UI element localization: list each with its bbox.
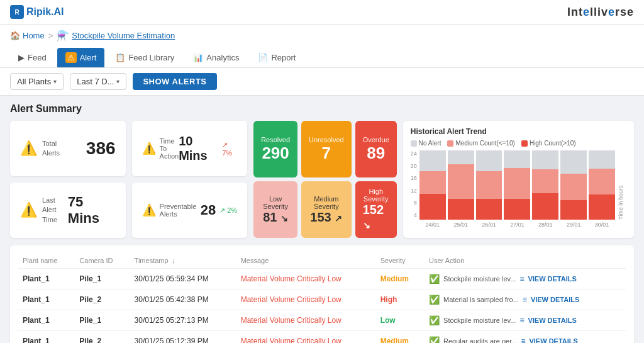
- x-label-6: 30/01: [589, 222, 615, 228]
- tab-feed-label: Feed: [28, 53, 47, 62]
- legend-no-alert-label: No Alert: [419, 140, 441, 147]
- tab-report[interactable]: 📄 Report: [250, 48, 304, 67]
- breadcrumb-separator: >: [48, 31, 53, 40]
- preventable-icon: ⚠️: [142, 203, 156, 217]
- overdue-box: Overdue 89: [355, 121, 397, 177]
- sort-icon: ↓: [172, 257, 175, 264]
- nav-area: 🏠 Home > ⚗️ Stockpile Volume Estimation …: [0, 25, 644, 68]
- tab-feed-library-label: Feed Library: [128, 53, 174, 62]
- medium-severity-box: Medium Severity 153 ↗: [301, 181, 352, 238]
- tab-report-label: Report: [271, 53, 296, 62]
- legend-medium-dot: [447, 140, 453, 147]
- bar-26-medium: [476, 171, 502, 199]
- bar-26-high: [476, 199, 502, 220]
- cell-timestamp-1-1: 30/01/25 05:42:38 PM: [130, 290, 236, 310]
- historical-chart: Historical Alert Trend No Alert Medium C…: [403, 121, 634, 238]
- edit-icon-1[interactable]: ≡: [523, 295, 527, 304]
- table-row: Plant_1 Pile_2 30/01/25 05:42:38 PM Mate…: [18, 290, 626, 310]
- tabs-bar: ▶ Feed ⚠ Alert 📋 Feed Library 📊 Analytic…: [10, 44, 634, 67]
- action-text-2: Stockpile moisture lev...: [443, 317, 516, 324]
- legend-medium-label: Medium Count(<=10): [455, 140, 515, 147]
- check-icon-2: ✅: [429, 315, 440, 325]
- cell-message-1-0: Material Volume Critically Low: [236, 269, 375, 290]
- breadcrumb-home[interactable]: 🏠 Home: [10, 31, 45, 40]
- unresolved-box: Unresolved 7: [301, 121, 352, 177]
- cell-camera-1-1: Pile_2: [74, 290, 129, 310]
- bar-25: [448, 150, 474, 220]
- preventable-trend: ↗ 2%: [219, 206, 237, 215]
- breadcrumb-current[interactable]: Stockpile Volume Estimation: [72, 31, 175, 40]
- bar-27-no: [504, 150, 530, 168]
- filter-bar: All Plants ▾ Last 7 D... ▾ SHOW ALERTS: [0, 68, 644, 96]
- main-content: Alert Summary ⚠️ TotalAlerts 386 ⚠️ Last…: [0, 96, 644, 343]
- plant-filter[interactable]: All Plants ▾: [10, 73, 64, 90]
- bar-25-medium: [448, 164, 474, 199]
- action-text-3: Regular audits are per...: [443, 337, 517, 343]
- tab-alert[interactable]: ⚠ Alert: [57, 48, 105, 67]
- tab-feed[interactable]: ▶ Feed: [10, 48, 55, 67]
- bar-25-no: [448, 150, 474, 164]
- x-label-1: 25/01: [448, 222, 474, 228]
- bar-24-no: [419, 150, 446, 171]
- tab-analytics[interactable]: 📊 Analytics: [185, 48, 247, 67]
- cell-plant-1-0: Plant_1: [18, 269, 74, 290]
- legend-no-alert: No Alert: [411, 140, 441, 147]
- bar-28-no: [532, 150, 558, 169]
- section-title: Alert Summary: [10, 103, 634, 115]
- cell-camera-1-0: Pile_1: [74, 269, 129, 290]
- total-alerts-label: TotalAlerts: [42, 139, 60, 159]
- bar-28-high: [532, 193, 558, 220]
- cell-action-1-0: ✅ Stockpile moisture lev... ≡ VIEW DETAI…: [424, 269, 626, 290]
- legend-high-dot: [521, 140, 528, 147]
- date-filter[interactable]: Last 7 D... ▾: [70, 73, 126, 90]
- last-alert-icon: ⚠️: [20, 202, 37, 218]
- edit-icon-3[interactable]: ≡: [521, 337, 525, 343]
- logo-icon: R: [10, 5, 24, 19]
- legend-high-label: High Count(>10): [530, 140, 576, 147]
- view-details-0[interactable]: VIEW DETAILS: [528, 275, 576, 283]
- time-action-trend: ↗ 7%: [222, 141, 237, 157]
- overdue-label: Overdue: [363, 136, 389, 143]
- time-action-label: TimeToAction: [160, 137, 179, 160]
- bar-24: [419, 150, 446, 220]
- x-label-2: 26/01: [476, 222, 502, 228]
- resolved-box: Resolved 290: [253, 121, 297, 177]
- view-details-3[interactable]: VIEW DETAILS: [529, 337, 577, 343]
- view-details-1[interactable]: VIEW DETAILS: [531, 296, 579, 303]
- check-icon-0: ✅: [429, 274, 440, 284]
- col-camera-id: Camera ID: [74, 253, 129, 269]
- bar-27: [504, 150, 530, 220]
- bar-24-high: [419, 194, 446, 220]
- high-severity-label: High Severity: [363, 188, 389, 203]
- cell-severity-1-1: High: [375, 290, 424, 310]
- show-alerts-button[interactable]: SHOW ALERTS: [133, 73, 216, 90]
- feed-icon: ▶: [18, 53, 25, 62]
- cell-plant-1-3: Plant_1: [18, 331, 74, 344]
- chart-title: Historical Alert Trend: [411, 127, 626, 136]
- bar-27-medium: [504, 168, 530, 200]
- check-icon-3: ✅: [429, 336, 440, 343]
- edit-icon-0[interactable]: ≡: [519, 274, 524, 283]
- top-bar: R Ripik.AI Intelliverse: [0, 0, 644, 25]
- alert-icon: ⚠: [65, 52, 77, 63]
- high-severity-value: 152 ↘: [363, 203, 389, 232]
- cell-timestamp-1-0: 30/01/25 05:59:34 PM: [130, 269, 236, 290]
- breadcrumb: 🏠 Home > ⚗️ Stockpile Volume Estimation: [10, 25, 634, 44]
- bar-26-no: [476, 150, 502, 171]
- x-label-3: 27/01: [504, 222, 530, 228]
- preventable-value: 28: [201, 202, 216, 218]
- table-row: Plant_1 Pile_1 30/01/25 05:59:34 PM Mate…: [18, 269, 626, 290]
- tab-feed-library[interactable]: 📋 Feed Library: [107, 48, 182, 67]
- date-filter-label: Last 7 D...: [77, 77, 114, 86]
- bar-29-medium: [560, 174, 587, 200]
- table-header: Plant name Camera ID Timestamp ↓ Message…: [18, 253, 626, 269]
- cell-severity-1-3: Medium: [375, 331, 424, 344]
- action-text-0: Stockpile moisture lev...: [443, 275, 516, 283]
- medium-severity-label: Medium Severity: [309, 195, 344, 210]
- tab-alert-label: Alert: [80, 53, 97, 62]
- view-details-2[interactable]: VIEW DETAILS: [528, 317, 576, 324]
- bar-24-medium: [419, 171, 446, 194]
- col-timestamp[interactable]: Timestamp ↓: [130, 253, 236, 269]
- cell-action-1-1: ✅ Material is sampled fro... ≡ VIEW DETA…: [424, 290, 626, 310]
- edit-icon-2[interactable]: ≡: [519, 316, 524, 325]
